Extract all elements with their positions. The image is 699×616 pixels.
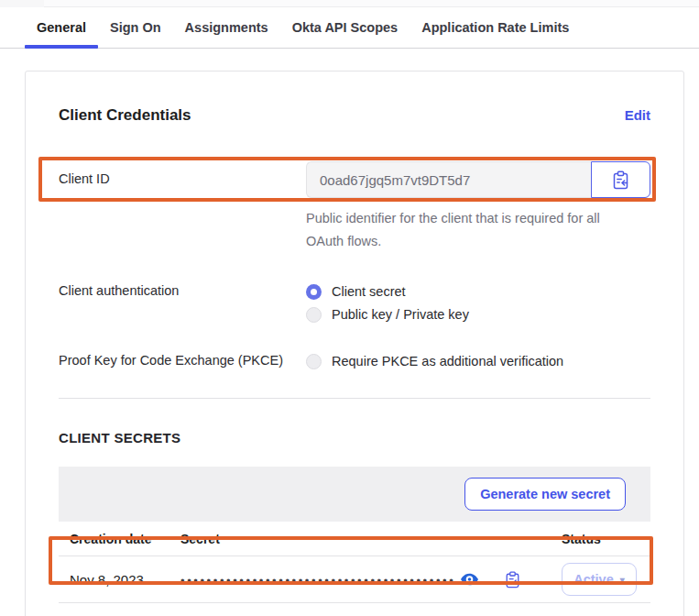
copy-client-id-button[interactable]: [591, 161, 650, 198]
client-authentication-row: Client authentication Client secret Publ…: [59, 280, 650, 325]
general-settings-card: Client Credentials Edit Client ID 0oad67…: [25, 71, 684, 616]
client-id-row: Client ID 0oad67jgq5m7vt9DT5d7: [59, 161, 650, 253]
client-id-input-group: 0oad67jgq5m7vt9DT5d7: [306, 161, 650, 198]
masked-secret-value: ••••••••••••••••••••••••••••••••••••••••…: [180, 572, 455, 587]
radio-selected-icon[interactable]: [306, 284, 322, 300]
radio-option-client-secret: Client secret: [306, 280, 650, 302]
checkbox-unchecked-icon[interactable]: [306, 354, 322, 369]
header-creation-date: Creation date: [59, 532, 180, 546]
section-title: Client Credentials: [59, 106, 191, 125]
status-label: Active: [573, 572, 614, 587]
section-divider: [59, 398, 650, 399]
secrets-table-header: Creation date Secret Status: [59, 522, 650, 556]
radio-option-label: Public key / Private key: [332, 307, 469, 322]
radio-option-label: Client secret: [332, 284, 406, 299]
tab-application-rate-limits[interactable]: Application Rate Limits: [410, 7, 581, 48]
secret-creation-date: Nov 8, 2023: [59, 572, 180, 588]
status-dropdown-active[interactable]: Active ▾: [562, 563, 637, 596]
header-status: Status: [562, 532, 650, 546]
client-authentication-label: Client authentication: [59, 280, 306, 298]
radio-option-public-private-key: Public key / Private key: [306, 303, 650, 325]
client-id-label: Client ID: [59, 161, 306, 186]
client-secrets-heading: CLIENT SECRETS: [59, 430, 650, 446]
tab-okta-api-scopes[interactable]: Okta API Scopes: [280, 7, 410, 48]
client-id-helper-text: Public identifier for the client that is…: [306, 207, 638, 253]
table-row: Nov 8, 2023 ••••••••••••••••••••••••••••…: [59, 556, 650, 603]
pkce-row: Proof Key for Code Exchange (PKCE) Requi…: [59, 350, 650, 372]
clipboard-copy-icon: [612, 170, 629, 190]
client-credentials-header: Client Credentials Edit: [59, 72, 650, 125]
radio-unselected-icon[interactable]: [306, 307, 322, 323]
copy-secret-button[interactable]: [505, 571, 520, 588]
clipboard-copy-icon: [505, 571, 520, 588]
edit-link[interactable]: Edit: [625, 107, 650, 123]
pkce-option-label: Require PKCE as additional verification: [332, 354, 563, 368]
caret-down-icon: ▾: [620, 575, 625, 585]
tab-assignments[interactable]: Assignments: [173, 7, 280, 48]
client-secrets-panel: Generate new secret Creation date Secret…: [59, 467, 650, 603]
top-strip: [0, 0, 699, 7]
tab-bar: General Sign On Assignments Okta API Sco…: [0, 7, 699, 49]
tab-sign-on[interactable]: Sign On: [98, 7, 173, 48]
eye-icon: [461, 573, 478, 586]
client-id-value-field[interactable]: 0oad67jgq5m7vt9DT5d7: [306, 161, 591, 198]
reveal-secret-button[interactable]: [461, 573, 478, 586]
pkce-label: Proof Key for Code Exchange (PKCE): [59, 350, 306, 368]
secrets-toolbar: Generate new secret: [59, 467, 650, 522]
pkce-option: Require PKCE as additional verification: [306, 350, 650, 372]
header-secret: Secret: [180, 532, 562, 546]
page: General Sign On Assignments Okta API Sco…: [0, 0, 699, 616]
tab-general[interactable]: General: [25, 7, 98, 48]
generate-new-secret-button[interactable]: Generate new secret: [464, 478, 626, 511]
